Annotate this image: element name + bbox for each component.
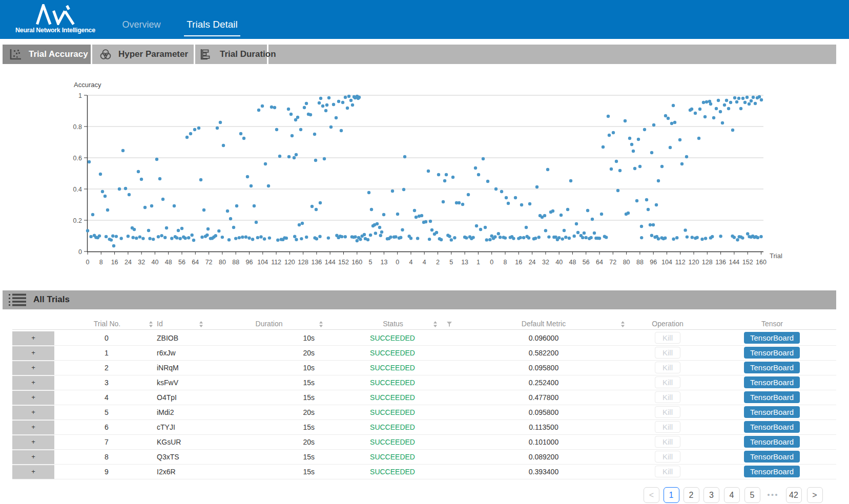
svg-text:64: 64 [192, 259, 199, 266]
svg-text:152: 152 [338, 259, 349, 266]
svg-text:8: 8 [504, 259, 507, 266]
svg-text:32: 32 [542, 259, 549, 266]
svg-text:152: 152 [742, 259, 753, 266]
svg-text:120: 120 [689, 259, 699, 266]
svg-text:96: 96 [246, 259, 253, 266]
svg-text:5: 5 [449, 259, 453, 266]
svg-text:0: 0 [86, 259, 90, 266]
svg-text:120: 120 [284, 259, 295, 266]
svg-text:80: 80 [219, 259, 226, 266]
svg-text:2: 2 [436, 259, 440, 266]
svg-text:0.6: 0.6 [73, 155, 82, 162]
svg-text:1: 1 [477, 259, 480, 266]
svg-text:144: 144 [729, 259, 739, 266]
svg-text:56: 56 [583, 259, 590, 266]
svg-text:88: 88 [636, 259, 644, 266]
svg-text:40: 40 [555, 259, 563, 266]
svg-text:136: 136 [715, 259, 726, 266]
svg-text:0: 0 [78, 248, 82, 256]
svg-text:136: 136 [311, 259, 322, 266]
svg-text:72: 72 [205, 259, 213, 266]
svg-text:104: 104 [661, 259, 672, 266]
svg-text:48: 48 [569, 259, 576, 266]
svg-text:0.2: 0.2 [73, 217, 82, 224]
svg-text:144: 144 [325, 259, 336, 266]
svg-text:72: 72 [609, 259, 616, 266]
svg-text:0: 0 [396, 259, 399, 266]
svg-text:16: 16 [111, 259, 118, 266]
svg-text:104: 104 [257, 259, 268, 266]
svg-text:24: 24 [529, 259, 536, 266]
svg-text:0: 0 [490, 259, 493, 266]
svg-text:16: 16 [515, 259, 522, 266]
svg-text:13: 13 [380, 259, 387, 266]
svg-text:80: 80 [623, 259, 630, 266]
svg-text:4: 4 [423, 259, 426, 266]
svg-text:128: 128 [702, 259, 713, 266]
svg-text:160: 160 [351, 259, 362, 266]
svg-text:48: 48 [165, 259, 172, 266]
svg-text:32: 32 [138, 259, 145, 266]
svg-text:64: 64 [596, 259, 603, 266]
svg-text:24: 24 [125, 259, 132, 266]
svg-text:13: 13 [461, 259, 468, 266]
svg-text:0.4: 0.4 [73, 186, 82, 193]
svg-text:5: 5 [369, 259, 372, 266]
svg-text:112: 112 [675, 259, 686, 266]
svg-text:88: 88 [232, 259, 239, 266]
svg-text:8: 8 [99, 259, 103, 266]
svg-text:4: 4 [409, 259, 413, 266]
svg-text:1: 1 [78, 92, 82, 99]
svg-text:160: 160 [756, 259, 767, 266]
svg-text:40: 40 [151, 259, 158, 266]
svg-text:128: 128 [298, 259, 308, 266]
svg-text:0.8: 0.8 [73, 123, 82, 131]
svg-text:112: 112 [271, 259, 281, 266]
svg-text:96: 96 [650, 259, 657, 266]
svg-text:56: 56 [178, 259, 185, 266]
